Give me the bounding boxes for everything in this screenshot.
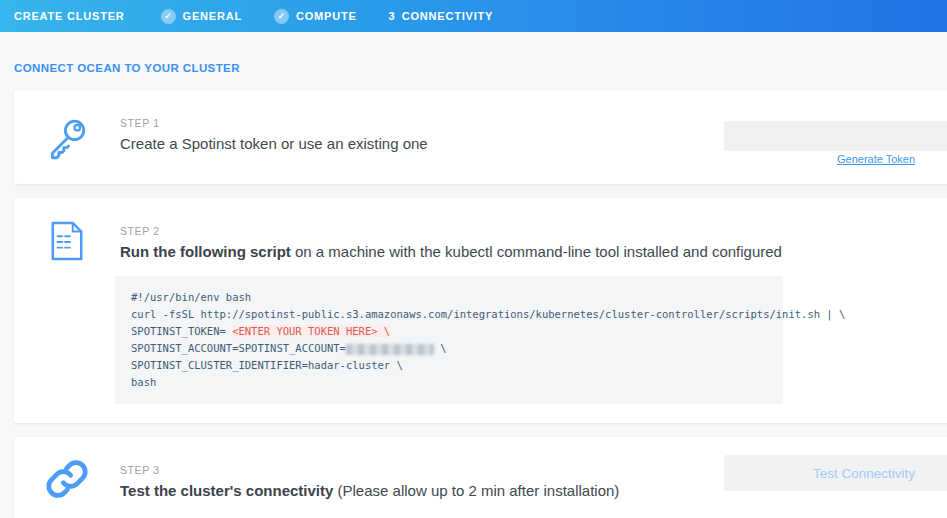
page-title: CONNECT OCEAN TO YOUR CLUSTER	[14, 62, 947, 74]
step2-card: STEP 2 Run the following script on a mac…	[14, 198, 947, 423]
script-icon	[14, 198, 120, 423]
test-connectivity-button[interactable]: Test Connectivity	[724, 455, 947, 491]
step3-title-rest: (Please allow up to 2 min after installa…	[333, 482, 619, 499]
check-icon: ✓	[161, 9, 176, 24]
step3-card: STEP 3 Test the cluster's connectivity (…	[14, 437, 947, 518]
wizard-topbar: CREATE CLUSTER ✓ GENERAL ✓ COMPUTE 3 CON…	[0, 0, 947, 32]
generate-token-link[interactable]: Generate Token	[837, 153, 915, 165]
code-line: SPOTINST_ACCOUNT=SPOTINST_ACCOUNT= \	[131, 340, 767, 357]
tab-general-label: GENERAL	[183, 10, 242, 22]
step2-label: STEP 2	[120, 225, 947, 237]
tab-general[interactable]: ✓ GENERAL	[161, 9, 242, 24]
step2-title-bold: Run the following script	[120, 243, 291, 260]
step2-content: STEP 2 Run the following script on a mac…	[120, 198, 947, 423]
code-line: SPOTINST_TOKEN= <ENTER YOUR TOKEN HERE> …	[131, 323, 767, 340]
code-line: #!/usr/bin/env bash	[131, 289, 767, 306]
wizard-title: CREATE CLUSTER	[14, 10, 125, 22]
tab-connectivity-label: CONNECTIVITY	[402, 10, 494, 22]
install-script-code-block[interactable]: #!/usr/bin/env bash curl -fsSL http://sp…	[115, 276, 783, 404]
token-input[interactable]	[724, 121, 947, 151]
step2-title: Run the following script on a machine wi…	[120, 243, 947, 260]
step2-title-rest: on a machine with the kubectl command-li…	[291, 243, 782, 260]
code-line: curl -fsSL http://spotinst-public.s3.ama…	[131, 306, 767, 323]
redacted-account-id	[346, 344, 434, 355]
step3-title-bold: Test the cluster's connectivity	[120, 482, 333, 499]
step1-card: STEP 1 Create a Spotinst token or use an…	[14, 90, 947, 184]
key-icon	[14, 90, 120, 184]
tab-connectivity[interactable]: 3 CONNECTIVITY	[389, 10, 494, 22]
page-body: CONNECT OCEAN TO YOUR CLUSTER STEP 1 Cre…	[0, 32, 947, 518]
code-line: SPOTINST_CLUSTER_IDENTIFIER=hadar-cluste…	[131, 357, 767, 374]
token-placeholder: <ENTER YOUR TOKEN HERE> \	[232, 325, 390, 337]
link-icon	[14, 437, 120, 518]
tab-connectivity-number: 3	[389, 10, 395, 22]
check-icon: ✓	[274, 9, 289, 24]
tab-compute[interactable]: ✓ COMPUTE	[274, 9, 357, 24]
wizard-steps: ✓ GENERAL ✓ COMPUTE 3 CONNECTIVITY	[161, 9, 494, 24]
tab-compute-label: COMPUTE	[296, 10, 357, 22]
code-line: bash	[131, 374, 767, 391]
